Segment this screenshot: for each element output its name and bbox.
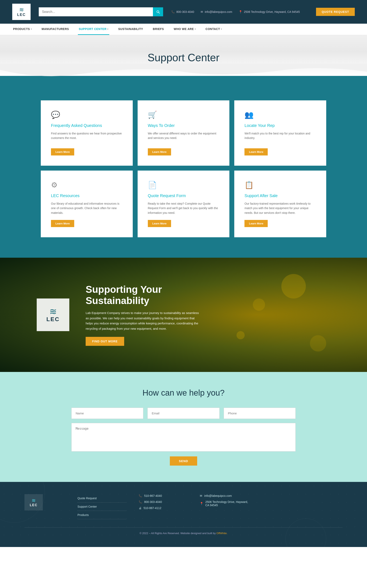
footer-logo: ≋ LEC [25,494,43,511]
footer-logo-col: ≋ LEC [25,494,65,511]
address-info: 📍 2506 Technology Drive, Hayward, CA 945… [239,10,300,13]
bokeh-circle [281,274,306,298]
card-after-sale-desc: Our factory-trained representatives work… [244,201,316,215]
footer-link-support[interactable]: Support Center [77,503,126,511]
sustain-logo-text: LEC [47,316,60,323]
card-resources-title: LEC Resources [51,193,123,198]
sustainability-text: Supporting YourSustainability Lab Equipm… [86,284,200,346]
nav-who-we-are[interactable]: WHO WE ARE ▾ [173,24,197,35]
top-bar-left: ≋ LEC 📞 800-303-4040 ✉ info@labequipco.c… [12,4,300,20]
card-after-sale-title: Support After Sale [244,193,316,198]
support-cards-grid: 💬 Frequently Asked Questions Find answer… [41,92,326,237]
search-button[interactable] [153,7,163,16]
quote-request-button[interactable]: QUOTE REQUEST [316,8,355,16]
sustain-wave-icon: ≋ [49,307,57,316]
footer-email: ✉ info@labequipco.com [200,494,249,497]
logo-wave-icon: ≋ [19,7,24,13]
email-input[interactable] [147,408,219,419]
phone-number: 800-303-4040 [176,10,194,13]
logo[interactable]: ≋ LEC [12,4,31,20]
sustainability-section: ≋ LEC Supporting YourSustainability Lab … [0,258,367,372]
nav-manufacturers[interactable]: MANUFACTURERS [41,24,70,35]
gear-icon: ⚙ [51,181,123,189]
cart-icon: 🛒 [148,111,219,119]
card-quote-title: Quote Request Form [148,193,219,198]
find-out-more-button[interactable]: FIND OUT MORE [86,337,124,346]
card-after-sale: 📋 Support After Sale Our factory-trained… [234,170,326,237]
nav-support-center[interactable]: SUPPORT CENTER ▾ [78,24,109,35]
phone-input[interactable] [224,408,296,419]
card-ways-to-order: 🛒 Ways To Order We offer several differe… [138,100,230,166]
page-title: Support Center [12,51,355,64]
phone-icon: 📞 [139,494,142,497]
chevron-down-icon: ▾ [107,28,108,30]
bokeh-circle [253,298,265,311]
card-rep-title: Locate Your Rep [244,123,316,128]
chevron-down-icon: ▾ [195,28,196,30]
card-rep-desc: We'll match you to the best rep for your… [244,131,316,144]
message-input[interactable] [71,423,296,452]
nav-products[interactable]: PRODUCTS ▾ [12,24,33,35]
email-info: ✉ info@labequipco.com [201,10,232,13]
card-quote-learn-more[interactable]: Learn More [148,220,171,227]
footer-links-col: Quote Request Support Center Products [77,494,126,519]
card-ways-desc: We offer several different ways to order… [148,131,219,144]
footer-phones-col: 📞 510-867-4040 📞 800-303-4040 🖨 510-887-… [139,494,188,510]
phone-icon: 📞 [171,10,175,13]
clipboard-icon: 📋 [244,181,316,189]
send-button[interactable]: SEND [170,456,197,466]
card-resources-learn-more[interactable]: Learn More [51,220,74,227]
email-icon: ✉ [200,494,202,497]
chat-icon: 💬 [51,111,123,119]
form-row-message [71,423,296,452]
card-quote: 📄 Quote Request Form Ready to take the n… [138,170,230,237]
chevron-down-icon: ▾ [31,28,32,30]
footer-bottom: © 2022 – All Rights Are Reserved. Websit… [25,528,342,535]
sustainability-logo: ≋ LEC [37,298,69,331]
copyright-text: © 2022 – All Rights Are Reserved. Websit… [140,532,216,535]
nav-contact[interactable]: CONTACT ▾ [205,24,223,35]
nav-bar: PRODUCTS ▾ MANUFACTURERS SUPPORT CENTER … [0,24,367,35]
name-input[interactable] [71,408,143,419]
search-area [39,7,163,16]
footer-content: ≋ LEC Quote Request Support Center Produ… [25,494,342,519]
card-ways-learn-more[interactable]: Learn More [148,148,171,155]
contact-section: How can we help you? SEND [0,372,367,482]
footer-logo-text: LEC [30,503,38,507]
top-bar: ≋ LEC 📞 800-303-4040 ✉ info@labequipco.c… [0,0,367,24]
card-faq-learn-more[interactable]: Learn More [51,148,74,155]
document-icon: 📄 [148,181,219,189]
sustainability-desc: Lab Equipment Company strives to make yo… [86,310,200,331]
location-icon: 📍 [200,502,203,505]
logo-text: LEC [17,13,26,17]
fax-icon: 🖨 [139,506,142,510]
card-faq-title: Frequently Asked Questions [51,123,123,128]
card-quote-desc: Ready to take the next step? Complete ou… [148,201,219,215]
phone-info: 📞 800-303-4040 [171,10,194,13]
footer-link-quote[interactable]: Quote Request [77,494,126,503]
contact-title: How can we help you? [12,388,355,397]
address-text: 2506 Technology Drive, Hayward, CA 94545 [244,10,300,13]
people-icon: 👥 [244,111,316,119]
card-faq: 💬 Frequently Asked Questions Find answer… [41,100,133,166]
search-input[interactable] [39,7,153,16]
bokeh-circle [236,331,245,339]
footer-fax: 🖨 510-887-4112 [139,506,188,510]
wave-divider [0,64,367,80]
contact-form: SEND [71,408,296,466]
nav-sustainability[interactable]: SUSTAINABILITY [117,24,144,35]
card-faq-desc: Find answers to the questions we hear fr… [51,131,123,144]
form-row-top [71,408,296,419]
builder-link[interactable]: OffWhite. [217,532,227,535]
card-ways-title: Ways To Order [148,123,219,128]
phone-icon: 📞 [139,500,142,503]
footer-wave-icon: ≋ [32,498,36,503]
card-locate-rep: 👥 Locate Your Rep We'll match you to the… [234,100,326,166]
sustainability-title: Supporting YourSustainability [86,284,200,306]
email-address: info@labequipco.com [205,10,232,13]
nav-briefs[interactable]: BRIEFS [152,24,165,35]
footer-link-products[interactable]: Products [77,511,126,519]
card-after-sale-learn-more[interactable]: Learn More [244,220,268,227]
card-rep-learn-more[interactable]: Learn More [244,148,268,155]
footer: ≋ LEC Quote Request Support Center Produ… [0,482,367,547]
